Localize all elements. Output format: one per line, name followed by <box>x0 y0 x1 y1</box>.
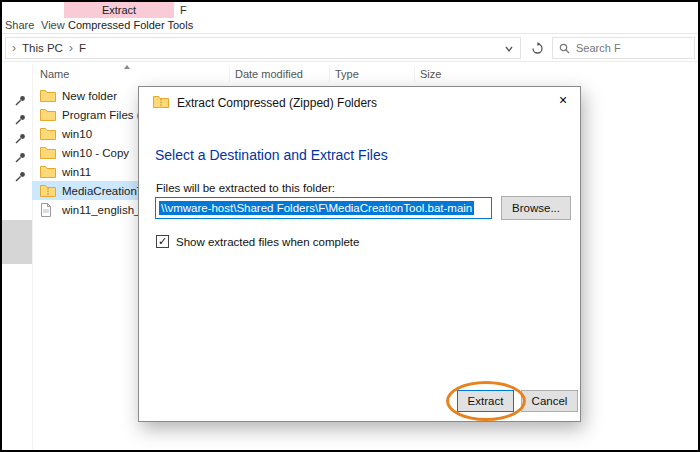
column-header-name[interactable]: Name <box>40 68 69 80</box>
destination-label: Files will be extracted to this folder: <box>156 182 335 194</box>
column-divider[interactable] <box>329 66 330 82</box>
nav-pane-selected-stub[interactable] <box>2 220 32 264</box>
column-header-size[interactable]: Size <box>420 68 441 80</box>
tab-view[interactable]: View <box>41 19 65 31</box>
pin-icon <box>15 92 26 110</box>
address-row: › This PC › F Search F <box>2 34 698 62</box>
sort-ascending-icon <box>124 65 130 69</box>
show-files-checkbox-row: ✓ Show extracted files when complete <box>156 235 359 248</box>
dialog-title: Extract Compressed (Zipped) Folders <box>177 96 377 110</box>
breadcrumb-chevron-icon[interactable]: › <box>69 41 73 55</box>
checkbox-label[interactable]: Show extracted files when complete <box>176 236 359 248</box>
dialog-heading: Select a Destination and Extract Files <box>155 147 388 163</box>
breadcrumb-chevron-icon[interactable]: › <box>12 41 16 55</box>
contextual-group-label: Compressed Folder Tools <box>68 19 193 31</box>
folder-icon <box>40 108 56 122</box>
file-icon <box>40 203 56 217</box>
file-name: win10 - Copy <box>62 147 129 159</box>
explorer-window: Extract F Share View Compressed Folder T… <box>0 0 700 452</box>
cancel-button[interactable]: Cancel <box>521 390 578 412</box>
search-placeholder: Search F <box>576 42 621 54</box>
search-icon <box>559 43 570 54</box>
pin-icon <box>15 168 26 186</box>
column-divider[interactable] <box>229 66 230 82</box>
address-dropdown-icon[interactable] <box>502 43 516 55</box>
refresh-icon <box>531 42 544 55</box>
extract-button[interactable]: Extract <box>457 390 514 412</box>
search-input[interactable]: Search F <box>552 37 695 59</box>
address-bar[interactable]: › This PC › F <box>5 37 521 59</box>
file-name: win11 <box>62 166 91 178</box>
refresh-button[interactable] <box>526 37 548 59</box>
folder-icon <box>40 146 56 160</box>
extract-dialog: Extract Compressed (Zipped) Folders × Se… <box>138 86 581 422</box>
browse-button[interactable]: Browse... <box>501 196 571 220</box>
column-header-row: Name Date modified Type Size <box>32 64 698 84</box>
column-divider[interactable] <box>414 66 415 82</box>
breadcrumb-this-pc[interactable]: This PC <box>22 42 63 54</box>
tab-share[interactable]: Share <box>5 19 34 31</box>
file-name: New folder <box>62 90 117 102</box>
tab-extract[interactable]: Extract <box>64 2 174 18</box>
folder-icon <box>40 127 56 141</box>
zip-folder-icon <box>153 94 169 108</box>
folder-icon <box>40 89 56 103</box>
pin-icon <box>15 130 26 148</box>
pin-icon <box>15 111 26 129</box>
checkbox-checked-icon[interactable]: ✓ <box>156 235 169 248</box>
zip-folder-icon <box>40 184 56 198</box>
pin-icon <box>15 149 26 167</box>
column-header-date-modified[interactable]: Date modified <box>235 68 303 80</box>
close-icon[interactable]: × <box>546 87 580 112</box>
breadcrumb-current-folder[interactable]: F <box>79 42 86 54</box>
folder-icon <box>40 165 56 179</box>
file-name: win10 <box>62 128 92 140</box>
destination-path-input[interactable]: \\vmware-host\Shared Folders\F\MediaCrea… <box>155 197 492 219</box>
window-title: F <box>180 4 187 16</box>
column-header-type[interactable]: Type <box>335 68 359 80</box>
selected-path-text: \\vmware-host\Shared Folders\F\MediaCrea… <box>159 201 474 215</box>
